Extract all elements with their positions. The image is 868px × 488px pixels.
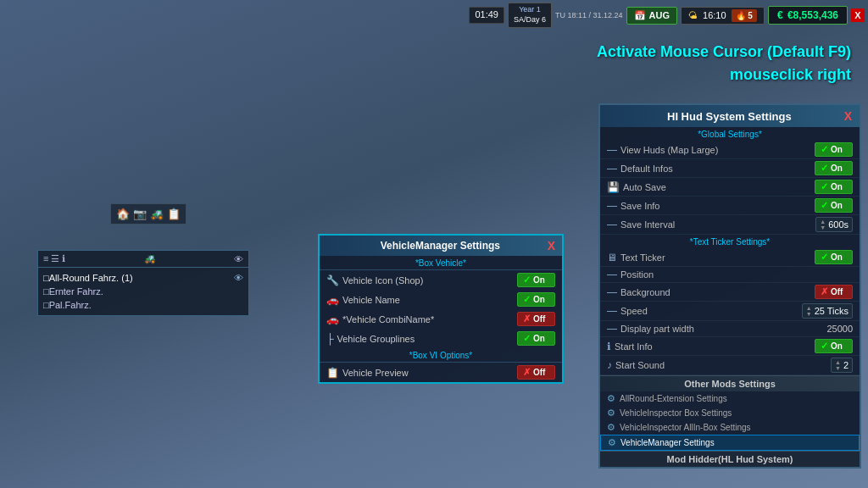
hud-value-auto-save: ✓ On <box>785 180 853 194</box>
hud-label-save-info: Save Info <box>620 201 782 211</box>
vm-icon-shop: 🔧 <box>326 274 339 286</box>
hud-icon-text-ticker: 🖥 <box>607 252 617 263</box>
hud-value-text-ticker: ✓ On <box>785 250 853 264</box>
hud-settings-header: HI Hud System Settings X <box>600 105 860 127</box>
hud-toggle-view-huds[interactable]: ✓ On <box>815 142 853 157</box>
hud-value-background: ✗ Off <box>785 285 853 299</box>
vehicle-list-panel: ≡ ☰ ℹ 🚜 👁 □All-Round Fahrz. (1) 👁 □Ernte… <box>37 250 249 316</box>
icon-clipboard[interactable]: 📋 <box>167 208 181 220</box>
vm-label-preview: Vehicle Preview <box>342 368 514 378</box>
vl-icon-menu[interactable]: ≡ <box>43 253 48 264</box>
spinner-arrows[interactable]: ▲▼ <box>820 219 826 230</box>
vl-vehicle-icon: 🚜 <box>144 253 156 264</box>
hud-row-save-info: — Save Info ✓ On <box>600 197 860 215</box>
hud-icon-position: — <box>607 269 617 280</box>
hud-toggle-text-ticker[interactable]: ✓ On <box>815 250 853 264</box>
mouse-tooltip: Activate Mouse Cursor (Default F9) mouse… <box>597 41 851 86</box>
coin-icon: € <box>777 9 783 21</box>
hud-date-block: Year 1 SA/Day 6 <box>508 3 552 27</box>
hud-spinner-speed[interactable]: ▲▼ 25 Ticks <box>802 303 853 319</box>
vl-icon-list[interactable]: ☰ <box>51 253 59 264</box>
icon-panel: 🏠 📷 🚜 📋 <box>110 203 186 225</box>
spinner-arrows-sound[interactable]: ▲▼ <box>835 359 841 371</box>
other-mod-allround[interactable]: ⚙ AllRound-Extension Settings <box>600 391 860 406</box>
hud-close-button[interactable]: X <box>851 8 865 22</box>
hud-icon-auto-save: 💾 <box>607 181 620 193</box>
hud-toggle-auto-save[interactable]: ✓ On <box>815 180 853 194</box>
vehicle-list-body: □All-Round Fahrz. (1) 👁 □Ernter Fahrz. □… <box>38 268 248 315</box>
mod-label-allround: AllRound-Extension Settings <box>620 394 727 403</box>
vl-eye-icon[interactable]: 👁 <box>234 254 243 264</box>
vm-close-button[interactable]: X <box>544 239 559 252</box>
hud-row-display-width: — Display part width 25000 <box>600 321 860 337</box>
vehicle-item-pal[interactable]: □Pal.Fahrz. <box>43 298 243 312</box>
hud-value-start-info: ✓ On <box>785 339 853 353</box>
vm-label-combi-name: *Vehicle CombiName* <box>342 314 514 324</box>
hud-row-default-infos: — Default Infos ✓ On <box>600 159 860 178</box>
hud-label-start-info: Start Info <box>615 341 782 352</box>
vm-box-vehicle-title: *Box Vehicle* <box>320 256 562 270</box>
vehicle-name-allround: □All-Round Fahrz. (1) <box>43 273 133 283</box>
vm-icon-combi-name: 🚗 <box>326 313 339 325</box>
hud-icon-view-huds: — <box>607 144 617 156</box>
vm-toggle-grouplines[interactable]: ✓ On <box>517 331 555 346</box>
icon-camera[interactable]: 📷 <box>133 208 147 220</box>
hud-label-background: Background <box>620 287 782 297</box>
hud-toggle-save-info[interactable]: ✓ On <box>815 198 853 213</box>
hud-toggle-start-info[interactable]: ✓ On <box>815 339 853 353</box>
mod-icon-vehicle-manager: ⚙ <box>608 437 616 448</box>
other-mod-inspector-box[interactable]: ⚙ VehicleInspector Box Settings <box>600 406 860 420</box>
hud-row-position: — Position <box>600 267 860 283</box>
icon-home[interactable]: 🏠 <box>116 208 130 220</box>
hud-year: Year 1 <box>519 5 541 15</box>
hud-row-start-info: ℹ Start Info ✓ On <box>600 337 860 356</box>
hud-row-background: — Background ✗ Off <box>600 283 860 302</box>
vehicle-list-header: ≡ ☰ ℹ 🚜 👁 <box>38 251 248 268</box>
hud-label-save-interval: Save Interval <box>620 219 782 230</box>
hud-spinner-save-interval[interactable]: ▲▼ 600s <box>815 217 853 232</box>
hud-label-text-ticker: Text Ticker <box>620 252 782 263</box>
hud-icon-default-infos: — <box>607 163 617 175</box>
vl-icon-info[interactable]: ℹ <box>62 253 65 264</box>
mod-label-inspector-allin: VehicleInspector AllIn-Box Settings <box>620 423 751 432</box>
mod-label-vehicle-manager: VehicleManager Settings <box>620 438 715 447</box>
hud-toggle-default-infos[interactable]: ✓ On <box>815 161 853 175</box>
vm-row-vehicle-preview: 📋 Vehicle Preview ✗ Off <box>320 363 562 382</box>
mod-icon-inspector-allin: ⚙ <box>607 422 615 433</box>
vm-toggle-vehicle-icon[interactable]: ✓ On <box>517 273 555 287</box>
hud-row-text-ticker: 🖥 Text Ticker ✓ On <box>600 248 860 267</box>
vm-toggle-vehicle-name[interactable]: ✓ On <box>517 292 555 307</box>
hud-value-save-interval: ▲▼ 600s <box>785 217 853 232</box>
vm-toggle-preview[interactable]: ✗ Off <box>517 365 555 380</box>
vm-check-grouplines: ✓ <box>523 333 531 344</box>
hud-settings-close[interactable]: X <box>841 109 855 123</box>
vehicle-item-allround[interactable]: □All-Round Fahrz. (1) 👁 <box>43 271 243 285</box>
mouse-tooltip-line2: mouseclick right <box>597 64 851 86</box>
hud-speed: 🔥 5 <box>732 9 757 22</box>
vehicle-manager-panel: VehicleManager Settings X *Box Vehicle* … <box>318 234 564 384</box>
hud-value-speed: ▲▼ 25 Ticks <box>785 303 853 319</box>
hud-row-auto-save: 💾 Auto Save ✓ On <box>600 178 860 197</box>
hud-toggle-background[interactable]: ✗ Off <box>815 285 853 299</box>
hud-icon-save-info: — <box>607 200 617 212</box>
hud-time-value: 01:49 <box>475 9 498 20</box>
hud-tu: TU 18:11 / 31.12.24 <box>555 11 623 20</box>
mod-hidder: Mod Hidder(HL Hud System) <box>600 451 860 467</box>
hud-icon-start-sound: ♪ <box>607 359 612 371</box>
other-mod-inspector-allin[interactable]: ⚙ VehicleInspector AllIn-Box Settings <box>600 420 860 435</box>
vm-label-vehicle-icon: Vehicle Icon (Shop) <box>342 275 514 286</box>
hud-spinner-start-sound[interactable]: ▲▼ 2 <box>831 358 853 373</box>
other-mod-vehicle-manager[interactable]: ⚙ VehicleManager Settings <box>600 435 860 451</box>
hud-clock-value: 16:10 <box>703 10 726 20</box>
hud-label-position: Position <box>620 269 782 280</box>
spinner-arrows-speed[interactable]: ▲▼ <box>806 305 812 317</box>
hud-clock-block: 🌤 16:10 🔥 5 <box>681 7 765 25</box>
hud-label-default-infos: Default Infos <box>620 164 782 174</box>
vm-check-combi-name: ✗ <box>523 313 531 324</box>
vm-toggle-combi-name[interactable]: ✗ Off <box>517 312 555 326</box>
vehicle-item-ernter[interactable]: □Ernter Fahrz. <box>43 285 243 298</box>
vm-row-combi-name: 🚗 *Vehicle CombiName* ✗ Off <box>320 309 562 329</box>
icon-vehicle[interactable]: 🚜 <box>150 208 164 220</box>
hud-value-view-huds: ✓ On <box>785 142 853 157</box>
hud-row-start-sound: ♪ Start Sound ▲▼ 2 <box>600 356 860 375</box>
